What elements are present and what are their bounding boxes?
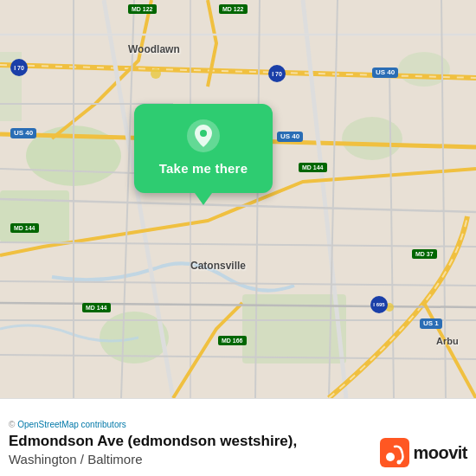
md144-shield-3: MD 144 xyxy=(82,303,111,312)
md166-shield: MD 166 xyxy=(218,336,247,345)
md122-shield-right: MD 122 xyxy=(219,4,248,14)
i70-shield-left: I 70 xyxy=(10,59,28,76)
svg-point-35 xyxy=(397,460,402,465)
svg-point-5 xyxy=(342,117,402,160)
svg-rect-2 xyxy=(0,190,69,242)
us40-shield-mid: US 40 xyxy=(277,132,303,142)
attribution-text: © OpenStreetMap contributors xyxy=(9,420,467,429)
us40-shield-right: US 40 xyxy=(372,68,398,78)
woodlawn-label: Woodlawn xyxy=(128,43,180,55)
i695-shield: I 695 xyxy=(370,296,388,313)
us1-shield: US 1 xyxy=(420,318,442,329)
svg-rect-33 xyxy=(380,438,409,467)
bottom-info-bar: © OpenStreetMap contributors Edmondson A… xyxy=(0,398,476,476)
md144-shield-1: MD 144 xyxy=(299,163,327,172)
md144-shield-2: MD 144 xyxy=(10,223,39,233)
catonsville-label: Catonsville xyxy=(190,260,246,272)
svg-point-30 xyxy=(151,68,161,79)
moovit-logo-icon xyxy=(380,438,409,467)
location-popup[interactable]: Take me there xyxy=(134,104,273,193)
osm-link[interactable]: OpenStreetMap contributors xyxy=(17,420,126,429)
i70-shield-mid: I 70 xyxy=(268,65,286,82)
us40-shield-left: US 40 xyxy=(10,128,36,138)
location-pin-icon xyxy=(194,125,213,147)
md37-shield: MD 37 xyxy=(412,249,437,259)
arbu-label: Arbu xyxy=(436,336,459,346)
moovit-logo[interactable]: moovit xyxy=(380,438,467,467)
md122-shield-left: MD 122 xyxy=(128,4,157,14)
svg-point-34 xyxy=(386,453,395,461)
svg-point-32 xyxy=(200,130,207,137)
moovit-logo-text: moovit xyxy=(413,443,467,463)
pin-icon-circle xyxy=(187,119,220,152)
take-me-there-button[interactable]: Take me there xyxy=(159,161,248,176)
copyright-symbol: © xyxy=(9,420,15,429)
map-view: I 70 I 70 US 40 US 40 US 40 MD 122 MD 12… xyxy=(0,0,476,398)
popup-bubble[interactable]: Take me there xyxy=(134,104,273,193)
